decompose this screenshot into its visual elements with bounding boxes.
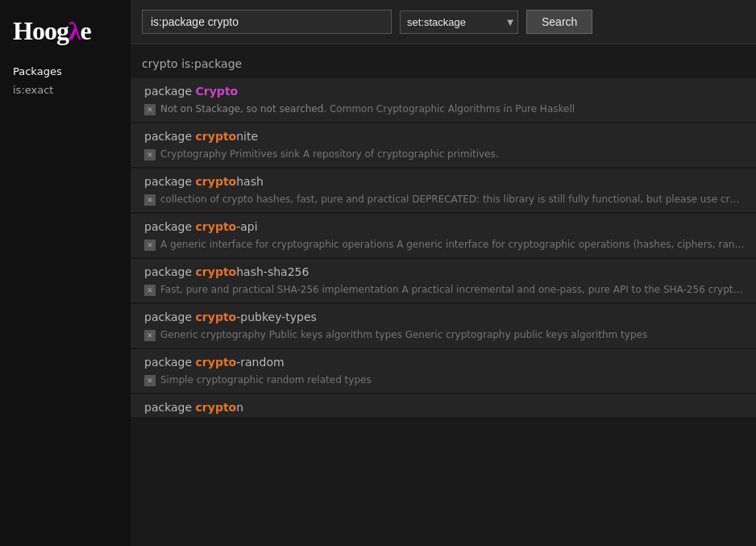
result-item[interactable]: package Crypto ✕ Not on Stackage, so not… — [131, 78, 756, 122]
sidebar-nav: Packages is:exact — [0, 62, 131, 99]
breadcrumb: crypto is:package — [131, 52, 756, 78]
result-desc-row: ✕ Cryptography Primitives sink A reposit… — [133, 146, 756, 167]
package-name-rest: -pubkey-types — [236, 311, 317, 323]
results-content: crypto is:package package Crypto ✕ Not o… — [131, 44, 756, 546]
stackage-icon: ✕ — [144, 330, 156, 341]
package-name-orange: crypto — [196, 356, 237, 369]
main-content: set:stackage set:all set:haskell-platfor… — [131, 0, 756, 546]
stackage-icon: ✕ — [144, 375, 156, 386]
not-stackage-notice: Not on Stackage, so not searched. — [160, 103, 326, 115]
result-header: package crypto-api — [133, 214, 756, 236]
package-name-rest: nite — [236, 130, 258, 143]
result-header: package cryptohash-sha256 — [133, 259, 756, 281]
package-name-orange: crypto — [196, 130, 237, 143]
result-desc-row: ✕ A generic interface for cryptographic … — [133, 236, 756, 257]
result-description: Fast, pure and practical SHA-256 impleme… — [160, 284, 745, 295]
result-header: package cryptohash — [133, 169, 756, 191]
stackage-icon: ✕ — [144, 194, 156, 206]
scope-select-wrapper: set:stackage set:all set:haskell-platfor… — [400, 10, 518, 34]
package-keyword: package — [144, 311, 196, 323]
result-desc-row: ✕ collection of crypto hashes, fast, pur… — [133, 191, 756, 212]
result-desc-row: ✕ Generic cryptography Public keys algor… — [133, 327, 756, 348]
package-keyword: package — [144, 130, 196, 143]
package-keyword: package — [144, 265, 196, 278]
result-desc-row: ✕ Simple cryptographic random related ty… — [133, 372, 756, 393]
stackage-icon: ✕ — [144, 149, 156, 160]
sidebar-item-isexact[interactable]: is:exact — [0, 81, 131, 99]
result-item[interactable]: package crypto-api ✕ A generic interface… — [131, 214, 756, 257]
result-description: Cryptography Primitives sink A repositor… — [160, 148, 499, 160]
package-name-orange: crypto — [196, 265, 237, 278]
result-header: package crypto-random — [133, 349, 756, 372]
result-header: package crypto-pubkey-types — [133, 304, 756, 327]
result-header: package Crypto — [133, 78, 756, 101]
result-header: package crypton — [133, 394, 756, 417]
sidebar: Hoogλe Packages is:exact — [0, 0, 131, 546]
result-description: Not on Stackage, so not searched. Common… — [160, 103, 575, 115]
package-name: Crypto — [196, 85, 239, 98]
package-keyword: package — [144, 356, 196, 369]
result-item[interactable]: package cryptonite ✕ Cryptography Primit… — [131, 123, 756, 167]
package-name-orange: crypto — [196, 311, 237, 323]
package-name-orange: crypto — [196, 220, 237, 233]
stackage-icon: ✕ — [144, 240, 156, 251]
package-name-rest: hash-sha256 — [236, 265, 309, 278]
stackage-icon: ✕ — [144, 104, 156, 115]
stackage-icon: ✕ — [144, 285, 156, 296]
result-description: Generic cryptography Public keys algorit… — [160, 329, 647, 340]
package-name-orange: crypto — [196, 401, 237, 414]
package-name-rest: -random — [236, 356, 284, 369]
result-item[interactable]: package cryptohash-sha256 ✕ Fast, pure a… — [131, 259, 756, 302]
package-name-rest: hash — [236, 175, 264, 188]
search-button[interactable]: Search — [526, 10, 592, 34]
logo-hoog: Hoog — [13, 16, 69, 45]
result-description: collection of crypto hashes, fast, pure … — [160, 194, 745, 205]
result-description: Simple cryptographic random related type… — [160, 374, 372, 386]
result-description: A generic interface for cryptographic op… — [160, 239, 745, 250]
package-name-orange: crypto — [196, 175, 237, 188]
logo-e: e — [81, 16, 91, 45]
result-header: package cryptonite — [133, 123, 756, 146]
package-keyword: package — [144, 220, 196, 233]
result-item[interactable]: package crypto-random ✕ Simple cryptogra… — [131, 349, 756, 393]
search-input[interactable] — [142, 10, 392, 34]
package-keyword: package — [144, 401, 196, 414]
result-item[interactable]: package crypton — [131, 394, 756, 417]
package-name-rest: n — [236, 401, 243, 414]
package-name-rest: -api — [236, 220, 257, 233]
search-header: set:stackage set:all set:haskell-platfor… — [131, 0, 756, 44]
sidebar-item-packages[interactable]: Packages — [0, 62, 131, 81]
result-desc-row: ✕ Fast, pure and practical SHA-256 imple… — [133, 281, 756, 302]
package-keyword: package — [144, 85, 196, 98]
scope-select[interactable]: set:stackage set:all set:haskell-platfor… — [400, 10, 518, 34]
result-desc-row: ✕ Not on Stackage, so not searched. Comm… — [133, 101, 756, 122]
result-item[interactable]: package crypto-pubkey-types ✕ Generic cr… — [131, 304, 756, 348]
package-keyword: package — [144, 175, 196, 188]
result-item[interactable]: package cryptohash ✕ collection of crypt… — [131, 169, 756, 212]
logo-lambda: λ — [69, 16, 81, 45]
logo[interactable]: Hoogλe — [0, 8, 104, 62]
